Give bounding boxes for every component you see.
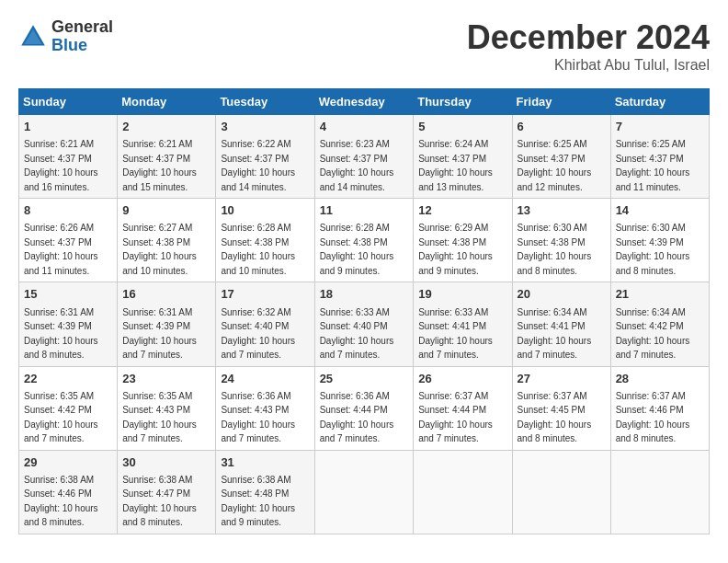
day-number: 7: [616, 119, 704, 135]
logo-text: General Blue: [51, 18, 113, 55]
day-number: 1: [24, 119, 112, 135]
calendar-day-cell: 7 Sunrise: 6:25 AMSunset: 4:37 PMDayligh…: [610, 115, 709, 199]
day-detail: Sunrise: 6:28 AMSunset: 4:38 PMDaylight:…: [221, 223, 295, 276]
day-detail: Sunrise: 6:31 AMSunset: 4:39 PMDaylight:…: [122, 307, 197, 361]
calendar-day-cell: 27 Sunrise: 6:37 AMSunset: 4:45 PMDaylig…: [512, 366, 610, 450]
calendar-day-cell: 5 Sunrise: 6:24 AMSunset: 4:37 PMDayligh…: [414, 115, 512, 199]
calendar-day-cell: 13 Sunrise: 6:30 AMSunset: 4:38 PMDaylig…: [512, 199, 610, 282]
calendar-day-cell: 22 Sunrise: 6:35 AMSunset: 4:42 PMDaylig…: [19, 366, 118, 450]
calendar-day-cell: 4 Sunrise: 6:23 AMSunset: 4:37 PMDayligh…: [314, 115, 414, 199]
calendar-day-cell: 11 Sunrise: 6:28 AMSunset: 4:38 PMDaylig…: [314, 199, 414, 282]
calendar-day-cell: 16 Sunrise: 6:31 AMSunset: 4:39 PMDaylig…: [118, 282, 216, 366]
calendar-day-cell: 30 Sunrise: 6:38 AMSunset: 4:47 PMDaylig…: [118, 450, 216, 534]
calendar-day-cell: [610, 450, 709, 534]
day-detail: Sunrise: 6:37 AMSunset: 4:45 PMDaylight:…: [518, 391, 592, 444]
day-number: 15: [24, 286, 112, 303]
day-number: 10: [221, 202, 309, 219]
day-detail: Sunrise: 6:31 AMSunset: 4:39 PMDaylight:…: [24, 307, 98, 361]
day-detail: Sunrise: 6:25 AMSunset: 4:37 PMDaylight:…: [616, 139, 690, 192]
day-number: 21: [616, 286, 704, 303]
day-detail: Sunrise: 6:35 AMSunset: 4:42 PMDaylight:…: [24, 391, 98, 444]
weekday-header: Thursday: [414, 89, 512, 115]
day-number: 5: [418, 119, 506, 135]
day-detail: Sunrise: 6:23 AMSunset: 4:37 PMDaylight:…: [320, 139, 394, 192]
day-number: 13: [518, 202, 606, 219]
calendar-day-cell: 14 Sunrise: 6:30 AMSunset: 4:39 PMDaylig…: [610, 199, 709, 282]
calendar-day-cell: [314, 450, 414, 534]
day-number: 23: [122, 371, 210, 387]
day-number: 11: [320, 202, 409, 219]
weekday-header: Monday: [118, 89, 216, 115]
calendar-day-cell: 24 Sunrise: 6:36 AMSunset: 4:43 PMDaylig…: [216, 366, 314, 450]
day-number: 17: [221, 286, 309, 303]
day-number: 20: [518, 286, 606, 303]
day-number: 24: [221, 371, 309, 387]
day-number: 31: [221, 454, 309, 471]
day-number: 30: [122, 454, 210, 471]
day-detail: Sunrise: 6:37 AMSunset: 4:44 PMDaylight:…: [418, 391, 493, 444]
day-detail: Sunrise: 6:36 AMSunset: 4:44 PMDaylight:…: [320, 391, 394, 444]
calendar-day-cell: 9 Sunrise: 6:27 AMSunset: 4:38 PMDayligh…: [118, 199, 216, 282]
day-detail: Sunrise: 6:25 AMSunset: 4:37 PMDaylight:…: [518, 139, 592, 192]
day-number: 6: [518, 119, 606, 135]
calendar-day-cell: 3 Sunrise: 6:22 AMSunset: 4:37 PMDayligh…: [216, 115, 314, 199]
weekday-header: Wednesday: [314, 89, 414, 115]
day-detail: Sunrise: 6:38 AMSunset: 4:46 PMDaylight:…: [24, 475, 98, 528]
calendar-week-row: 15 Sunrise: 6:31 AMSunset: 4:39 PMDaylig…: [19, 282, 710, 366]
day-number: 8: [24, 202, 112, 219]
day-number: 9: [122, 202, 210, 219]
calendar-day-cell: 21 Sunrise: 6:34 AMSunset: 4:42 PMDaylig…: [610, 282, 709, 366]
page-header: General Blue December 2024 Khirbat Abu T…: [18, 18, 710, 74]
calendar-week-row: 1 Sunrise: 6:21 AMSunset: 4:37 PMDayligh…: [19, 115, 710, 199]
weekday-header: Sunday: [19, 89, 118, 115]
day-number: 28: [616, 371, 704, 387]
logo-icon: [18, 22, 48, 52]
day-detail: Sunrise: 6:34 AMSunset: 4:41 PMDaylight:…: [518, 307, 592, 361]
calendar-table: SundayMondayTuesdayWednesdayThursdayFrid…: [18, 88, 710, 534]
day-detail: Sunrise: 6:22 AMSunset: 4:37 PMDaylight:…: [221, 139, 295, 192]
calendar-day-cell: 25 Sunrise: 6:36 AMSunset: 4:44 PMDaylig…: [314, 366, 414, 450]
calendar-week-row: 8 Sunrise: 6:26 AMSunset: 4:37 PMDayligh…: [19, 199, 710, 282]
day-detail: Sunrise: 6:34 AMSunset: 4:42 PMDaylight:…: [616, 307, 690, 361]
calendar-day-cell: [512, 450, 610, 534]
logo-blue: Blue: [51, 37, 113, 55]
calendar-week-row: 29 Sunrise: 6:38 AMSunset: 4:46 PMDaylig…: [19, 450, 710, 534]
day-number: 2: [122, 119, 210, 135]
day-number: 25: [320, 371, 409, 387]
day-number: 19: [418, 286, 506, 303]
calendar-day-cell: 28 Sunrise: 6:37 AMSunset: 4:46 PMDaylig…: [610, 366, 709, 450]
logo: General Blue: [18, 18, 113, 55]
day-detail: Sunrise: 6:32 AMSunset: 4:40 PMDaylight:…: [221, 307, 295, 361]
calendar-day-cell: 10 Sunrise: 6:28 AMSunset: 4:38 PMDaylig…: [216, 199, 314, 282]
day-detail: Sunrise: 6:33 AMSunset: 4:41 PMDaylight:…: [418, 307, 493, 361]
calendar-day-cell: 29 Sunrise: 6:38 AMSunset: 4:46 PMDaylig…: [19, 450, 118, 534]
calendar-day-cell: 20 Sunrise: 6:34 AMSunset: 4:41 PMDaylig…: [512, 282, 610, 366]
title-block: December 2024 Khirbat Abu Tulul, Israel: [467, 18, 710, 74]
day-number: 12: [418, 202, 506, 219]
calendar-week-row: 22 Sunrise: 6:35 AMSunset: 4:42 PMDaylig…: [19, 366, 710, 450]
day-number: 26: [418, 371, 506, 387]
day-number: 27: [518, 371, 606, 387]
day-number: 18: [320, 286, 409, 303]
day-detail: Sunrise: 6:35 AMSunset: 4:43 PMDaylight:…: [122, 391, 197, 444]
calendar-day-cell: 1 Sunrise: 6:21 AMSunset: 4:37 PMDayligh…: [19, 115, 118, 199]
calendar-day-cell: 19 Sunrise: 6:33 AMSunset: 4:41 PMDaylig…: [414, 282, 512, 366]
day-detail: Sunrise: 6:27 AMSunset: 4:38 PMDaylight:…: [122, 223, 197, 276]
day-number: 14: [616, 202, 704, 219]
day-detail: Sunrise: 6:33 AMSunset: 4:40 PMDaylight:…: [320, 307, 394, 361]
day-number: 4: [320, 119, 409, 135]
calendar-day-cell: 31 Sunrise: 6:38 AMSunset: 4:48 PMDaylig…: [216, 450, 314, 534]
day-detail: Sunrise: 6:21 AMSunset: 4:37 PMDaylight:…: [122, 139, 197, 192]
weekday-header: Tuesday: [216, 89, 314, 115]
month-title: December 2024: [467, 18, 710, 57]
calendar-day-cell: 26 Sunrise: 6:37 AMSunset: 4:44 PMDaylig…: [414, 366, 512, 450]
day-detail: Sunrise: 6:30 AMSunset: 4:39 PMDaylight:…: [616, 223, 690, 276]
day-detail: Sunrise: 6:38 AMSunset: 4:48 PMDaylight:…: [221, 475, 295, 528]
calendar-day-cell: [414, 450, 512, 534]
calendar-day-cell: 6 Sunrise: 6:25 AMSunset: 4:37 PMDayligh…: [512, 115, 610, 199]
day-number: 3: [221, 119, 309, 135]
day-detail: Sunrise: 6:26 AMSunset: 4:37 PMDaylight:…: [24, 223, 98, 276]
logo-general: General: [51, 18, 113, 37]
calendar-day-cell: 12 Sunrise: 6:29 AMSunset: 4:38 PMDaylig…: [414, 199, 512, 282]
day-detail: Sunrise: 6:30 AMSunset: 4:38 PMDaylight:…: [518, 223, 592, 276]
